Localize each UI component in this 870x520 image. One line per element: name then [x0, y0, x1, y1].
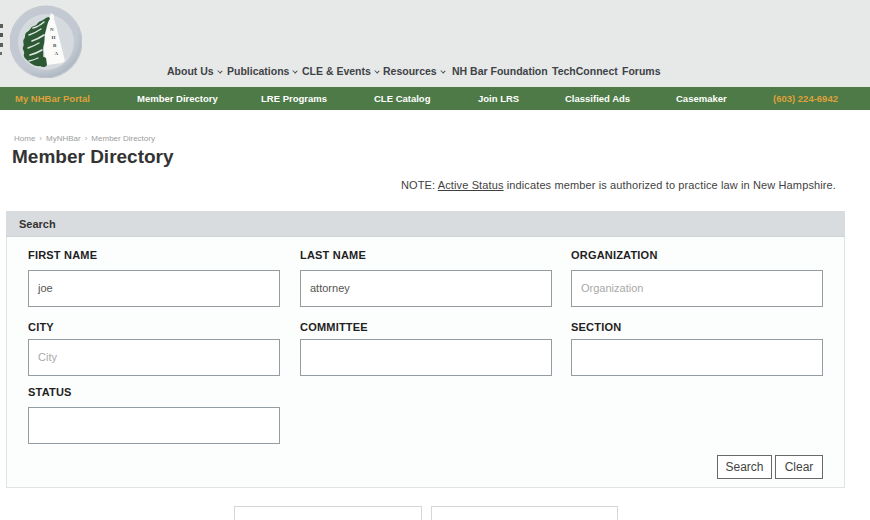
svg-text:A: A — [55, 51, 59, 56]
svg-text:H: H — [52, 35, 56, 40]
svg-text:N: N — [50, 27, 54, 32]
